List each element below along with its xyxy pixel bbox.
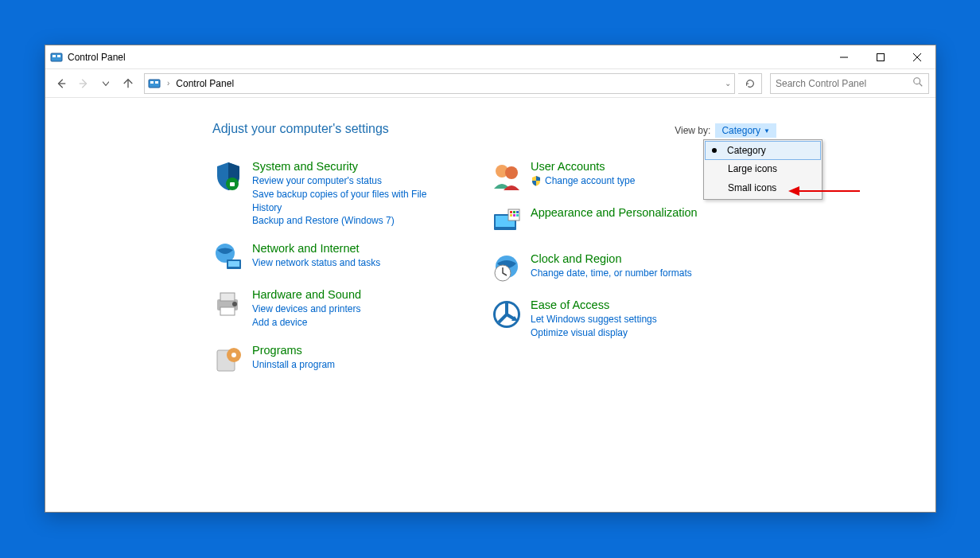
dropdown-item-large-icons[interactable]: Large icons	[706, 159, 820, 178]
sublink-shielded[interactable]: Change account type	[531, 174, 635, 188]
programs-icon	[212, 344, 244, 376]
search-box[interactable]	[770, 73, 929, 94]
svg-rect-17	[220, 307, 235, 315]
user-accounts-icon	[491, 160, 523, 192]
category-user-accounts: User Accounts Change account type	[491, 160, 737, 192]
titlebar: Control Panel	[45, 45, 935, 69]
search-icon[interactable]	[912, 76, 924, 90]
chevron-right-icon[interactable]: ›	[165, 79, 171, 88]
svg-point-21	[231, 353, 236, 357]
svg-point-23	[505, 166, 518, 179]
category-network-internet: Network and Internet View network status…	[212, 242, 459, 274]
svg-rect-1	[52, 55, 56, 57]
sublink[interactable]: Let Windows suggest settings	[531, 313, 657, 326]
sublink[interactable]: Uninstall a program	[252, 358, 335, 372]
category-title[interactable]: System and Security	[252, 160, 459, 173]
page-heading: Adjust your computer's settings	[212, 122, 935, 136]
view-by-dropdown-button[interactable]: Category ▼	[715, 123, 776, 138]
svg-rect-6	[155, 81, 158, 84]
content-area: Adjust your computer's settings View by:…	[45, 98, 935, 512]
category-title[interactable]: Programs	[252, 344, 335, 357]
recent-locations-button[interactable]	[96, 74, 115, 93]
ease-of-access-icon	[491, 299, 523, 330]
sublink[interactable]: Backup and Restore (Windows 7)	[252, 214, 459, 228]
breadcrumb-root[interactable]: Control Panel	[176, 78, 234, 89]
svg-rect-28	[513, 211, 515, 213]
category-title[interactable]: Hardware and Sound	[252, 288, 361, 301]
shield-icon	[212, 160, 244, 192]
dropdown-item-category[interactable]: Category	[705, 141, 821, 160]
svg-rect-14	[228, 261, 239, 267]
category-title[interactable]: Network and Internet	[252, 242, 380, 255]
svg-rect-29	[516, 211, 519, 213]
annotation-arrow	[788, 185, 860, 197]
sublink[interactable]: Save backup copies of your files with Fi…	[252, 188, 459, 215]
control-panel-icon	[148, 77, 161, 90]
categories-right-column: User Accounts Change account type	[491, 160, 737, 376]
view-by-row: View by: Category ▼	[675, 123, 776, 138]
control-panel-icon	[50, 51, 63, 64]
category-title[interactable]: Clock and Region	[531, 252, 692, 265]
svg-rect-31	[513, 214, 515, 217]
svg-marker-9	[788, 186, 799, 196]
svg-rect-11	[230, 182, 235, 186]
window-title: Control Panel	[68, 52, 126, 63]
chevron-down-icon[interactable]: ⌄	[725, 79, 731, 88]
up-button[interactable]	[119, 74, 138, 93]
category-title[interactable]: Appearance and Personalization	[531, 206, 698, 219]
svg-rect-5	[150, 81, 154, 84]
maximize-button[interactable]	[862, 45, 899, 69]
svg-rect-30	[510, 214, 512, 217]
svg-rect-2	[57, 55, 60, 57]
category-system-security: System and Security Review your computer…	[212, 160, 459, 228]
sublink[interactable]: View devices and printers	[252, 302, 361, 316]
category-hardware-sound: Hardware and Sound View devices and prin…	[212, 288, 459, 330]
category-programs: Programs Uninstall a program	[212, 344, 459, 376]
view-by-label: View by:	[675, 125, 710, 136]
printer-icon	[212, 288, 244, 320]
minimize-button[interactable]	[826, 45, 862, 69]
sublink[interactable]: Add a device	[252, 316, 361, 330]
category-appearance-personalization: Appearance and Personalization	[491, 206, 737, 238]
personalization-icon	[491, 206, 523, 238]
categories-left-column: System and Security Review your computer…	[212, 160, 459, 376]
category-title[interactable]: User Accounts	[531, 160, 635, 173]
triangle-down-icon: ▼	[764, 127, 770, 135]
svg-rect-32	[516, 214, 519, 217]
search-input[interactable]	[776, 78, 908, 89]
uac-shield-icon	[531, 175, 542, 186]
forward-button[interactable]	[74, 74, 93, 93]
category-ease-of-access: Ease of Access Let Windows suggest setti…	[491, 299, 737, 340]
svg-rect-27	[510, 211, 512, 213]
back-button[interactable]	[52, 74, 71, 93]
control-panel-window: Control Panel › Control Panel ⌄	[45, 45, 936, 513]
close-button[interactable]	[899, 45, 935, 69]
category-title[interactable]: Ease of Access	[531, 299, 657, 311]
globe-network-icon	[212, 242, 244, 274]
clock-globe-icon	[491, 252, 523, 284]
refresh-button[interactable]	[738, 73, 762, 94]
breadcrumb-bar[interactable]: › Control Panel ⌄	[144, 73, 735, 94]
category-clock-region: Clock and Region Change date, time, or n…	[491, 252, 737, 284]
svg-point-7	[914, 78, 920, 84]
sublink[interactable]: Review your computer's status	[252, 174, 459, 188]
svg-rect-3	[877, 53, 885, 60]
sublink[interactable]: Change date, time, or number formats	[531, 267, 692, 280]
svg-rect-16	[220, 293, 235, 301]
sublink[interactable]: View network status and tasks	[252, 256, 380, 270]
sublink[interactable]: Optimize visual display	[531, 326, 657, 340]
address-bar: › Control Panel ⌄	[45, 69, 935, 98]
svg-point-18	[232, 302, 237, 306]
